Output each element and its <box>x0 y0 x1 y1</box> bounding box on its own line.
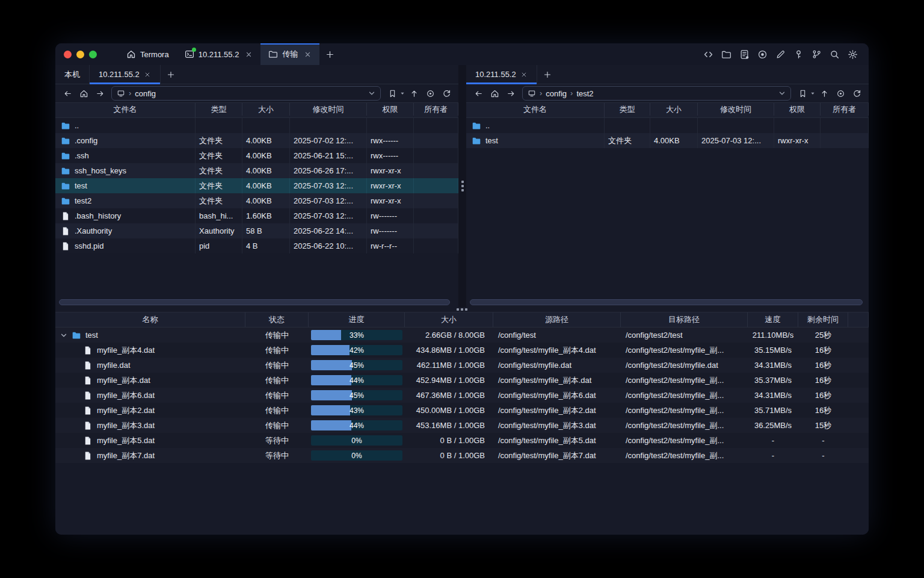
column-header[interactable]: 权限 <box>367 103 414 116</box>
splitter-handle-icon <box>457 308 467 311</box>
forward-button[interactable] <box>504 87 518 100</box>
path-segment[interactable]: config <box>546 89 567 98</box>
home-button[interactable] <box>76 87 91 100</box>
edit-icon[interactable] <box>775 49 786 60</box>
bookmark-button[interactable] <box>385 87 399 100</box>
transfer-column-header[interactable]: 目标路径 <box>621 312 748 327</box>
zoom-window-button[interactable] <box>89 51 97 58</box>
file-modified <box>698 118 774 133</box>
search-icon[interactable] <box>830 49 840 60</box>
transfer-column-header[interactable]: 进度 <box>309 312 405 327</box>
file-row[interactable]: .. <box>55 118 458 133</box>
title-tab-10.211.55.2[interactable]: 10.211.55.2 <box>177 43 261 65</box>
path-segment[interactable]: test2 <box>576 89 593 98</box>
transfer-row[interactable]: myfile_副本.dat传输中44%452.94MB / 1.00GB/con… <box>55 373 869 388</box>
transfer-column-header[interactable]: 速度 <box>748 312 798 327</box>
home-button[interactable] <box>487 87 502 100</box>
up-directory-button[interactable] <box>407 87 421 100</box>
column-header[interactable]: 类型 <box>605 103 650 116</box>
transfer-row[interactable]: myfile_副本2.dat传输中43%450.00MB / 1.00GB/co… <box>55 403 869 418</box>
new-tab-button[interactable] <box>319 43 340 65</box>
title-tab-Termora[interactable]: Termora <box>119 43 177 65</box>
file-row[interactable]: test2文件夹4.00KB2025-07-03 12:...rwxr-xr-x <box>55 193 458 208</box>
log-icon[interactable] <box>739 49 750 60</box>
panel-tab-label: 10.211.55.2 <box>475 70 516 79</box>
show-hidden-button[interactable] <box>833 87 848 100</box>
forward-button[interactable] <box>93 87 107 100</box>
show-hidden-button[interactable] <box>423 87 437 100</box>
transfer-row[interactable]: myfile_副本5.dat等待中0%0 B / 1.00GB/config/t… <box>55 433 869 448</box>
record-icon[interactable] <box>757 49 768 60</box>
panel-tab-10.211.55.2[interactable]: 10.211.55.2 <box>466 65 537 84</box>
caret-down-icon[interactable] <box>400 91 405 96</box>
column-header[interactable]: 大小 <box>242 103 290 116</box>
bookmark-button[interactable] <box>795 87 810 100</box>
transfer-column-header[interactable]: 大小 <box>405 312 493 327</box>
column-header[interactable]: 文件名 <box>466 103 605 116</box>
close-tab-icon[interactable] <box>304 51 312 58</box>
column-header[interactable]: 类型 <box>196 103 242 116</box>
transfer-row[interactable]: myfile_副本7.dat等待中0%0 B / 1.00GB/config/t… <box>55 448 869 463</box>
refresh-button[interactable] <box>849 87 864 100</box>
panel-tab-10.211.55.2[interactable]: 10.211.55.2 <box>90 65 161 84</box>
path-input[interactable]: ›config›test2 <box>522 86 791 101</box>
scrollbar-thumb[interactable] <box>470 299 863 305</box>
chevron-down-icon[interactable] <box>368 90 375 97</box>
transfer-row[interactable]: test传输中33%2.66GB / 8.00GB/config/test/co… <box>55 328 869 343</box>
column-header[interactable]: 权限 <box>774 103 821 116</box>
key-icon[interactable] <box>793 49 804 60</box>
horizontal-scrollbar[interactable] <box>467 299 867 306</box>
title-tab-传输[interactable]: 传输 <box>260 43 319 65</box>
code-icon[interactable] <box>703 49 713 60</box>
file-row[interactable]: .. <box>466 118 869 133</box>
transfer-panel: 名称状态进度大小源路径目标路径速度剩余时间 test传输中33%2.66GB /… <box>55 312 869 535</box>
close-tab-icon[interactable] <box>144 71 151 78</box>
terminal-icon <box>185 49 194 59</box>
close-window-button[interactable] <box>64 51 72 58</box>
column-header[interactable]: 修改时间 <box>290 103 367 116</box>
vertical-splitter[interactable] <box>458 65 466 307</box>
column-header[interactable]: 所有者 <box>821 103 869 116</box>
panel-tab-本机[interactable]: 本机 <box>55 65 90 84</box>
transfer-row[interactable]: myfile_副本6.dat传输中45%467.36MB / 1.00GB/co… <box>55 388 869 403</box>
up-directory-button[interactable] <box>817 87 831 100</box>
scrollbar-thumb[interactable] <box>59 299 450 305</box>
file-row[interactable]: sshd.pidpid4 B2025-06-22 10:...rw-r--r-- <box>55 238 458 253</box>
transfer-column-header[interactable]: 名称 <box>55 312 245 327</box>
new-panel-tab-button[interactable] <box>161 65 181 84</box>
refresh-button[interactable] <box>439 87 454 100</box>
transfer-row[interactable]: myfile_副本3.dat传输中44%453.16MB / 1.00GB/co… <box>55 418 869 433</box>
chevron-down-icon[interactable] <box>60 332 67 339</box>
back-button[interactable] <box>471 87 485 100</box>
settings-icon[interactable] <box>848 49 858 60</box>
file-row[interactable]: .ssh文件夹4.00KB2025-06-21 15:...rwx------ <box>55 148 458 163</box>
transfer-column-header[interactable]: 源路径 <box>493 312 621 327</box>
column-header[interactable]: 修改时间 <box>698 103 774 116</box>
file-row[interactable]: test文件夹4.00KB2025-07-03 12:...rwxr-xr-x <box>466 133 869 148</box>
new-panel-tab-button[interactable] <box>537 65 558 84</box>
branch-icon[interactable] <box>812 49 822 60</box>
transfer-column-header[interactable]: 剩余时间 <box>798 312 848 327</box>
column-header[interactable]: 大小 <box>650 103 698 116</box>
transfer-row[interactable]: myfile_副本4.dat传输中42%434.86MB / 1.00GB/co… <box>55 343 869 358</box>
minimize-window-button[interactable] <box>76 51 84 58</box>
file-row[interactable]: .bash_historybash_hi...1.60KB2025-07-03 … <box>55 208 458 223</box>
chevron-down-icon[interactable] <box>778 90 786 97</box>
file-row[interactable]: .XauthorityXauthority58 B2025-06-22 14:.… <box>55 223 458 238</box>
file-row[interactable]: test文件夹4.00KB2025-07-03 12:...rwxr-xr-x <box>55 178 458 193</box>
file-row[interactable]: .config文件夹4.00KB2025-07-02 12:...rwx----… <box>55 133 458 148</box>
close-tab-icon[interactable] <box>520 71 528 78</box>
path-input[interactable]: ›config <box>111 86 381 101</box>
transfer-row[interactable]: myfile.dat传输中45%462.11MB / 1.00GB/config… <box>55 358 869 373</box>
column-header[interactable]: 文件名 <box>55 103 196 116</box>
folder-outline-icon[interactable] <box>721 49 732 60</box>
transfer-column-header[interactable]: 状态 <box>245 312 309 327</box>
close-tab-icon[interactable] <box>245 51 253 58</box>
horizontal-scrollbar[interactable] <box>57 299 457 306</box>
path-segment[interactable]: config <box>135 89 156 98</box>
file-row[interactable]: ssh_host_keys文件夹4.00KB2025-06-26 17:...r… <box>55 163 458 178</box>
back-button[interactable] <box>60 87 75 100</box>
caret-down-icon[interactable] <box>810 91 815 96</box>
column-header[interactable]: 所有者 <box>414 103 458 116</box>
horizontal-splitter[interactable] <box>55 307 869 312</box>
